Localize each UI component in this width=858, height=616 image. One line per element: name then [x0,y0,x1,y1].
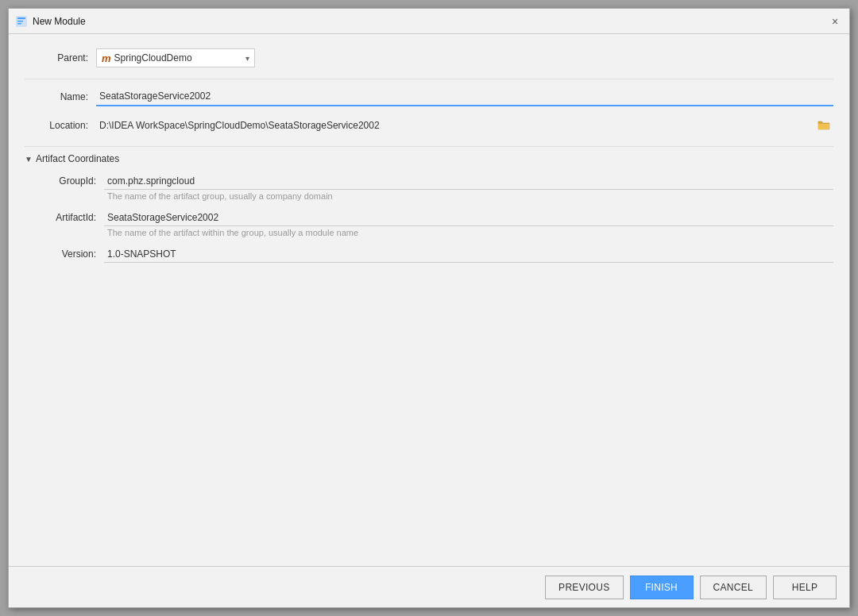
location-row: Location: [25,114,833,137]
artifactid-row: ArtifactId: The name of the artifact wit… [41,209,833,244]
folder-icon [817,120,830,131]
parent-row: Parent: m SpringCloudDemo ▾ [25,47,833,69]
previous-button[interactable]: PREVIOUS [545,576,623,599]
groupid-wrapper: The name of the artifact group, usually … [104,172,833,207]
svg-rect-3 [17,23,21,25]
name-control [96,87,833,106]
new-module-dialog: New Module × Parent: m SpringCloudDemo ▾ [8,8,850,608]
parent-label: Parent: [25,52,96,64]
finish-button[interactable]: FINISH [630,576,694,599]
location-input[interactable] [96,116,814,135]
version-wrapper [104,245,833,263]
dropdown-text: m SpringCloudDemo [102,52,192,64]
browse-folder-button[interactable] [814,116,833,135]
close-button[interactable]: × [827,13,843,29]
artifactid-label: ArtifactId: [41,209,104,223]
collapse-icon: ▼ [25,155,33,164]
groupid-hint: The name of the artifact group, usually … [104,190,833,202]
version-label: Version: [41,245,104,260]
artifactid-hint: The name of the artifact within the grou… [104,226,833,239]
dialog-title: New Module [33,16,86,27]
version-row: Version: [41,245,833,264]
dialog-footer: PREVIOUS FINISH CANCEL HELP [9,566,849,607]
dialog-body: Parent: m SpringCloudDemo ▾ Name: Locat [9,34,849,566]
groupid-label: GroupId: [41,172,104,187]
chevron-down-icon: ▾ [245,54,249,63]
name-row: Name: [25,86,833,108]
artifactid-wrapper: The name of the artifact within the grou… [104,209,833,244]
location-control [96,116,833,135]
version-input[interactable] [104,245,833,263]
artifact-form: GroupId: The name of the artifact group,… [25,172,833,266]
separator-2 [25,146,833,147]
artifactid-input[interactable] [104,209,833,226]
module-icon: m [102,52,111,64]
cancel-button[interactable]: CANCEL [700,576,767,599]
help-button[interactable]: HELP [773,576,837,599]
groupid-row: GroupId: The name of the artifact group,… [41,172,833,207]
svg-rect-2 [17,21,23,22]
parent-dropdown[interactable]: m SpringCloudDemo ▾ [96,48,255,67]
name-label: Name: [25,91,96,102]
artifact-section-title: Artifact Coordinates [36,153,119,164]
title-bar: New Module × [9,9,849,34]
name-input[interactable] [96,87,833,106]
svg-rect-1 [17,17,25,19]
artifact-section-header[interactable]: ▼ Artifact Coordinates [25,153,833,164]
location-label: Location: [25,120,96,131]
groupid-input[interactable] [104,172,833,190]
separator-1 [25,79,833,79]
dialog-icon [15,15,28,28]
parent-control: m SpringCloudDemo ▾ [96,48,833,67]
title-bar-left: New Module [15,15,86,28]
